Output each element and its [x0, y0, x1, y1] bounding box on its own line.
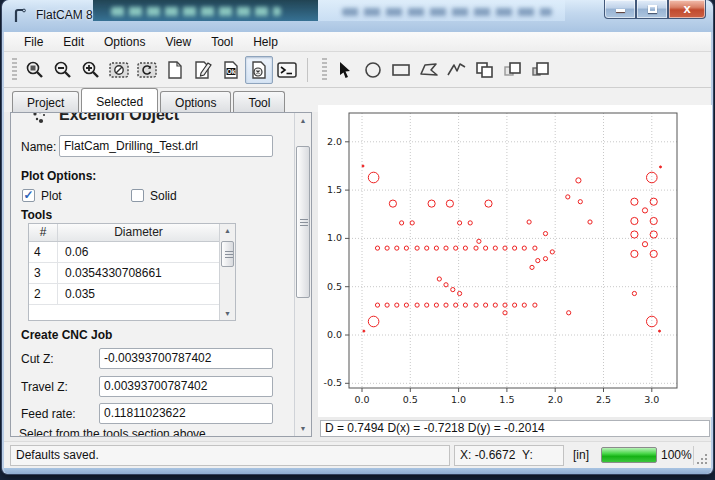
panel-scroll-up-icon[interactable]: ▲ [295, 117, 311, 124]
new-object-button[interactable] [161, 56, 189, 84]
zoom-fit-icon [25, 60, 45, 80]
union-tool-button[interactable] [471, 56, 499, 84]
console-button[interactable] [273, 56, 301, 84]
tools-table-header[interactable]: # Diameter [29, 224, 235, 242]
drill-marker [567, 311, 571, 315]
drill-marker [368, 316, 379, 327]
drill-marker [659, 330, 661, 332]
resize-grip[interactable] [696, 453, 707, 464]
drill-marker [404, 303, 408, 307]
units-indicator: [in] [573, 448, 589, 462]
scroll-down-icon[interactable]: ▼ [220, 310, 235, 317]
tool-row[interactable]: 20.035 [29, 284, 219, 305]
content-area: Excellon Object Name: FlatCam_Drilling_T… [4, 112, 711, 441]
tool-row[interactable]: 40.06 [29, 242, 219, 263]
delete-object-button[interactable] [245, 56, 273, 84]
drill-marker [527, 220, 531, 224]
column-header-number[interactable]: # [29, 224, 58, 241]
tools-table-scrollbar[interactable]: ▲ ▼ [219, 224, 235, 320]
flatcam-logo-icon [13, 8, 29, 24]
name-input[interactable]: FlatCam_Drilling_Test.drl [59, 135, 273, 157]
path-tool-icon [446, 61, 468, 79]
tool-diameter[interactable]: 0.035 [58, 284, 219, 304]
drill-marker [543, 257, 547, 261]
scroll-up-icon[interactable]: ▲ [220, 227, 235, 234]
y-tick-label: 0.5 [327, 281, 342, 292]
pointer-icon [337, 61, 353, 79]
zoom-fit-button[interactable] [21, 56, 49, 84]
drill-marker [400, 221, 404, 225]
cut-z-input[interactable]: -0.00393700787402 [99, 348, 273, 369]
toolbar-drag-handle[interactable] [12, 58, 17, 82]
drill-marker [444, 303, 448, 307]
polygon-tool-button[interactable] [415, 56, 443, 84]
menu-tool[interactable]: Tool [201, 33, 243, 51]
tool-diameter[interactable]: 0.06 [58, 242, 219, 262]
pointer-tool-button[interactable] [331, 56, 359, 84]
drill-marker [446, 200, 453, 207]
feed-rate-input[interactable]: 0.11811023622 [99, 403, 273, 424]
drill-marker [484, 303, 488, 307]
ok-file-icon: Ok [222, 60, 240, 80]
flatcam-window: FlatCAM 8 x FileEditOptionsViewToolHelp [2, 0, 713, 474]
panel-scrollbar-thumb[interactable] [296, 146, 310, 298]
close-button[interactable]: x [668, 0, 706, 19]
drill-marker [631, 231, 638, 238]
menu-file[interactable]: File [14, 33, 53, 51]
tab-selected[interactable]: Selected [81, 88, 158, 112]
drill-marker [395, 303, 399, 307]
tools-hint-text: Select from the tools section above [19, 427, 206, 437]
rectangle-tool-button[interactable] [387, 56, 415, 84]
minimize-button[interactable] [604, 0, 636, 19]
plot-checkbox-label[interactable]: Plot [41, 189, 62, 203]
tab-options[interactable]: Options [160, 91, 231, 112]
tool-number[interactable]: 2 [29, 284, 58, 304]
menu-help[interactable]: Help [243, 33, 288, 51]
title-bar[interactable]: FlatCAM 8 x [2, 0, 713, 32]
maximize-button[interactable] [636, 0, 668, 19]
circle-tool-icon [363, 60, 383, 80]
tool-number[interactable]: 4 [29, 242, 58, 262]
drill-marker [550, 250, 554, 254]
progress-percent: 100% [661, 448, 692, 462]
travel-z-input[interactable]: 0.00393700787402 [99, 376, 273, 397]
solid-checkbox[interactable]: ✓ [131, 189, 144, 202]
replot-button[interactable] [133, 56, 161, 84]
ok-object-button[interactable]: Ok [217, 56, 245, 84]
plot-canvas[interactable]: 0.00.51.01.52.02.53.0-0.50.00.51.01.52.0 [318, 105, 712, 417]
tab-project[interactable]: Project [12, 91, 79, 112]
drill-marker [444, 246, 448, 250]
tab-tool[interactable]: Tool [233, 91, 285, 112]
tools-table[interactable]: # Diameter 40.0630.035433070866120.035 ▲… [28, 223, 236, 321]
drill-marker [533, 303, 537, 307]
circle-tool-button[interactable] [359, 56, 387, 84]
solid-checkbox-label[interactable]: Solid [150, 189, 177, 203]
drill-marker [477, 239, 481, 243]
subtract-tool-button[interactable] [499, 56, 527, 84]
path-tool-button[interactable] [443, 56, 471, 84]
panel-scroll-down-icon[interactable]: ▼ [295, 425, 311, 432]
zoom-in-button[interactable] [77, 56, 105, 84]
intersect-tool-button[interactable] [527, 56, 555, 84]
tool-number[interactable]: 3 [29, 263, 58, 283]
drill-marker [454, 303, 458, 307]
edit-drawing-button[interactable] [189, 56, 217, 84]
drill-marker [385, 303, 389, 307]
drill-marker [425, 303, 429, 307]
tool-row[interactable]: 30.0354330708661 [29, 263, 219, 284]
menu-edit[interactable]: Edit [53, 33, 94, 51]
toolbar-drag-handle-2[interactable] [322, 58, 327, 82]
panel-scrollbar[interactable]: ▲ ▼ [294, 113, 311, 436]
zoom-out-button[interactable] [49, 56, 77, 84]
drill-marker [375, 246, 379, 250]
plot-checkbox[interactable]: ✓ [22, 189, 35, 202]
excellon-drills-icon [31, 112, 51, 128]
tools-scrollbar-thumb[interactable] [221, 241, 234, 267]
drill-marker [660, 166, 662, 168]
column-header-diameter[interactable]: Diameter [58, 224, 219, 241]
travel-z-label: Travel Z: [21, 380, 68, 394]
tool-diameter[interactable]: 0.0354330708661 [58, 263, 219, 283]
clear-plot-button[interactable] [105, 56, 133, 84]
menu-view[interactable]: View [155, 33, 201, 51]
menu-options[interactable]: Options [94, 33, 155, 51]
